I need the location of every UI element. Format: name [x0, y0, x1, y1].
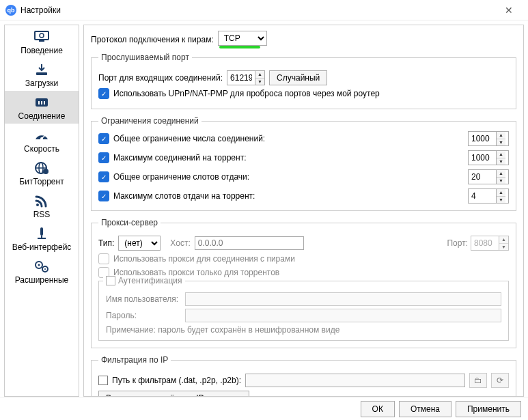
global-conn-checkbox[interactable]	[98, 133, 109, 144]
app-icon: qb	[5, 5, 16, 16]
svg-rect-1	[39, 40, 44, 42]
upload-slots-stepper[interactable]: ▲▼	[468, 169, 509, 184]
sidebar-item-bittorrent[interactable]: БитТоррент	[5, 156, 79, 189]
sidebar-item-label: RSS	[33, 210, 51, 219]
spin-down-icon[interactable]: ▼	[497, 158, 505, 165]
ip-filter-group: Фильтрация по IP Путь к фильтрам (.dat, …	[91, 355, 516, 397]
dialog-footer: ОК Отмена Применить	[0, 397, 528, 420]
refresh-icon: ⟳	[497, 376, 503, 385]
per-torrent-slots-stepper[interactable]: ▲▼	[468, 188, 509, 204]
listening-legend: Прослушиваемый порт	[98, 53, 192, 62]
per-torrent-conn-label: Максимум соединений на торрент:	[113, 153, 246, 163]
per-torrent-conn-checkbox[interactable]	[98, 152, 109, 163]
upload-slots-label: Общее ограничение слотов отдачи:	[113, 172, 249, 182]
sidebar-item-connection[interactable]: Соединение	[5, 91, 79, 124]
global-conn-stepper[interactable]: ▲▼	[468, 131, 509, 146]
svg-rect-6	[41, 101, 42, 104]
sidebar-item-label: Загрузки	[25, 79, 58, 88]
global-conn-label: Общее ограничение числа соединений:	[113, 134, 265, 143]
spin-up-icon[interactable]: ▲	[255, 71, 264, 79]
sidebar-item-webui[interactable]: Веб-интерфейс	[5, 222, 79, 255]
protocol-select[interactable]: TCP	[218, 31, 267, 46]
ok-button[interactable]: ОК	[361, 401, 395, 417]
proxy-port-input[interactable]	[471, 236, 499, 250]
svg-rect-7	[44, 101, 45, 104]
spin-down-icon[interactable]: ▼	[497, 178, 505, 184]
gears-icon	[32, 259, 51, 274]
sidebar-item-label: Соединение	[18, 111, 66, 121]
username-input[interactable]	[185, 292, 501, 306]
sidebar-item-rss[interactable]: RSS	[5, 189, 79, 222]
limits-legend: Ограничения соединений	[98, 116, 202, 126]
upnp-label: Использовать UPnP/NAT-PMP для проброса п…	[113, 89, 380, 98]
svg-point-2	[40, 33, 44, 38]
spin-up-icon[interactable]: ▲	[497, 132, 505, 139]
sidebar-item-label: Скорость	[24, 144, 59, 154]
per-torrent-slots-input[interactable]	[469, 189, 496, 203]
globe-gear-icon	[32, 160, 51, 176]
port-input[interactable]	[227, 71, 255, 85]
spin-up-icon[interactable]: ▲	[497, 189, 505, 197]
proxy-host-input[interactable]	[195, 236, 304, 250]
sidebar-item-speed[interactable]: Скорость	[5, 124, 79, 156]
global-conn-input[interactable]	[469, 132, 496, 145]
folder-icon: 🗀	[474, 376, 482, 385]
close-icon[interactable]: ✕	[495, 5, 523, 16]
proxy-legend: Прокси-сервер	[98, 218, 161, 227]
sidebar-item-label: Поведение	[20, 46, 63, 55]
proxy-port-stepper[interactable]: ▲▼	[471, 236, 509, 251]
spin-down-icon[interactable]: ▼	[497, 139, 505, 146]
proxy-type-label: Тип:	[98, 238, 114, 248]
upload-slots-checkbox[interactable]	[98, 171, 109, 182]
ip-filter-path-input[interactable]	[245, 374, 465, 387]
apply-button[interactable]: Применить	[456, 401, 521, 417]
ip-filter-path-label: Путь к фильтрам (.dat, .p2p, .p2b):	[112, 376, 241, 385]
content-panel: Протокол подключения к пирам: TCP Прослу…	[83, 25, 524, 397]
spin-up-icon[interactable]: ▲	[499, 236, 508, 244]
sidebar-item-label: БитТоррент	[19, 177, 64, 186]
per-torrent-slots-checkbox[interactable]	[98, 191, 109, 201]
browse-button[interactable]: 🗀	[469, 373, 487, 388]
protocol-label: Протокол подключения к пирам:	[91, 35, 214, 44]
svg-point-21	[44, 268, 46, 270]
per-torrent-conn-input[interactable]	[469, 151, 496, 165]
gauge-icon	[32, 128, 51, 143]
ip-filter-path-checkbox[interactable]	[98, 376, 108, 385]
listening-port-group: Прослушиваемый порт Порт для входящих со…	[91, 53, 516, 109]
download-icon	[32, 62, 51, 77]
port-label: Порт для входящих соединений:	[98, 73, 223, 83]
sidebar-item-downloads[interactable]: Загрузки	[5, 58, 79, 91]
spin-up-icon[interactable]: ▲	[497, 151, 505, 158]
svg-point-19	[38, 264, 40, 266]
sidebar-item-advanced[interactable]: Расширенные	[5, 255, 79, 288]
proxy-auth-group: Аутентификация Имя пользователя: Пароль:…	[98, 281, 509, 341]
svg-rect-0	[35, 31, 48, 40]
proxy-group: Прокси-сервер Тип: (нет) Хост: Порт: ▲▼ …	[91, 218, 516, 348]
port-stepper[interactable]: ▲▼	[227, 70, 265, 85]
svg-rect-5	[38, 101, 40, 104]
random-port-button[interactable]: Случайный	[269, 70, 327, 85]
password-label: Пароль:	[106, 311, 181, 320]
window-title: Настройки	[20, 5, 495, 15]
spin-down-icon[interactable]: ▼	[497, 197, 505, 204]
ethernet-icon	[32, 95, 51, 110]
ip-filter-legend: Фильтрация по IP	[98, 355, 171, 365]
spin-up-icon[interactable]: ▲	[497, 170, 505, 178]
proxy-auth-checkbox[interactable]	[106, 276, 115, 285]
proxy-type-select[interactable]: (нет)	[118, 236, 161, 251]
password-input[interactable]	[185, 309, 501, 322]
spin-down-icon[interactable]: ▼	[499, 244, 508, 251]
spin-down-icon[interactable]: ▼	[255, 79, 264, 85]
sidebar-item-behavior[interactable]: Поведение	[5, 25, 79, 58]
manual-banned-button[interactable]: Вручную запрещённые IP-адреса…	[98, 391, 249, 397]
reload-button[interactable]: ⟳	[491, 373, 509, 388]
connection-limits-group: Ограничения соединений Общее ограничение…	[91, 116, 516, 211]
upnp-checkbox[interactable]	[98, 88, 109, 99]
password-note: Примечание: пароль будет сохранён в неши…	[106, 325, 501, 335]
titlebar: qb Настройки ✕	[0, 0, 528, 20]
per-torrent-conn-stepper[interactable]: ▲▼	[468, 150, 509, 165]
proxy-peers-checkbox[interactable]	[98, 253, 109, 264]
username-label: Имя пользователя:	[106, 294, 181, 304]
cancel-button[interactable]: Отмена	[399, 401, 451, 417]
upload-slots-input[interactable]	[469, 170, 496, 184]
